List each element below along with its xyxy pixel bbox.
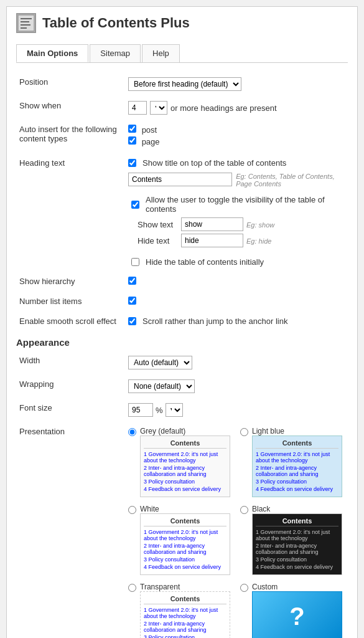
main-options-form: Position Before first heading (default) … [16, 72, 348, 331]
font-size-input[interactable] [128, 403, 153, 417]
svg-rect-2 [21, 21, 29, 22]
tab-main-options[interactable]: Main Options [16, 44, 88, 62]
svg-rect-0 [18, 15, 34, 31]
smooth-scroll-checkbox[interactable] [128, 317, 136, 325]
custom-label: Custom [252, 583, 342, 591]
black-label: Black [252, 505, 342, 513]
presentation-lightblue-content: Light blue Contents 1 Government 2.0: it… [252, 427, 342, 497]
width-row: Width Auto (default) 100% Custom [16, 351, 348, 374]
wrapping-select[interactable]: None (default) Left Right [128, 379, 195, 393]
heading-text-input[interactable] [128, 173, 232, 186]
width-label: Width [16, 351, 125, 374]
hide-initially-label[interactable]: Hide the table of contents initially [131, 257, 345, 267]
custom-preview: ? [252, 591, 342, 638]
presentation-row: Presentation Grey (default) Contents 1 G… [16, 422, 348, 638]
show-when-suffix: or more headings are present [170, 103, 277, 113]
lightblue-label: Light blue [252, 427, 342, 436]
heading-text-section: Show title on top of the table of conten… [128, 158, 345, 267]
show-when-label: Show when [16, 96, 125, 120]
svg-rect-1 [21, 18, 32, 19]
hide-text-input[interactable] [181, 234, 243, 247]
presentation-custom-content: Custom ? [252, 583, 342, 638]
show-when-row: Show when ▼ or more headings are present [16, 96, 348, 120]
position-select[interactable]: Before first heading (default) After fir… [128, 77, 241, 91]
show-when-controls: ▼ or more headings are present [128, 101, 345, 115]
presentation-transparent-radio[interactable] [128, 584, 136, 592]
hide-text-row: Hide text Eg: hide [138, 234, 345, 247]
wrapping-row: Wrapping None (default) Left Right [16, 374, 348, 398]
grey-preview: Contents 1 Government 2.0: it's not just… [140, 436, 230, 497]
appearance-header: Appearance [16, 337, 348, 348]
hide-initially-row: Hide the table of contents initially [128, 257, 345, 267]
transparent-preview: Contents 1 Government 2.0: it's not just… [140, 591, 230, 638]
smooth-scroll-row: Enable smooth scroll effect Scroll rathe… [16, 312, 348, 331]
font-size-unit: % [156, 406, 163, 415]
heading-text-row: Heading text Show title on top of the ta… [16, 153, 348, 272]
allow-toggle-label[interactable]: Allow the user to toggle the visibility … [131, 195, 345, 214]
main-container: Table of Contents Plus Main Options Site… [6, 6, 358, 638]
presentation-grey: Grey (default) Contents 1 Government 2.0… [128, 427, 233, 497]
presentation-black-content: Black Contents 1 Government 2.0: it's no… [252, 505, 342, 575]
show-hint: Eg: show [246, 221, 274, 229]
tab-sitemap[interactable]: Sitemap [90, 44, 141, 62]
presentation-custom-radio[interactable] [240, 584, 248, 592]
show-text-input[interactable] [181, 217, 243, 231]
show-hierarchy-row: Show hierarchy [16, 272, 348, 292]
font-size-controls: % ▼ [128, 403, 345, 417]
heading-text-label: Heading text [16, 153, 125, 272]
tab-help[interactable]: Help [142, 44, 180, 62]
width-select[interactable]: Auto (default) 100% Custom [128, 356, 192, 369]
show-when-select[interactable]: ▼ [150, 101, 167, 115]
smooth-scroll-label: Enable smooth scroll effect [16, 312, 125, 331]
content-types: post page [128, 125, 345, 146]
lightblue-preview: Contents 1 Government 2.0: it's not just… [252, 436, 342, 497]
smooth-scroll-option[interactable]: Scroll rather than jump to the anchor li… [128, 317, 345, 326]
heading-input-row: Eg: Contents, Table of Contents, Page Co… [128, 171, 345, 188]
plugin-icon [16, 13, 36, 33]
hide-initially-checkbox[interactable] [131, 258, 139, 266]
appearance-form: Width Auto (default) 100% Custom Wrappin… [16, 351, 348, 638]
presentation-grid: Grey (default) Contents 1 Government 2.0… [128, 427, 345, 638]
show-hierarchy-label: Show hierarchy [16, 272, 125, 292]
post-checkbox-label[interactable]: post [128, 125, 345, 135]
presentation-transparent: Transparent Contents 1 Government 2.0: i… [128, 583, 233, 638]
presentation-lightblue-radio[interactable] [240, 428, 248, 436]
allow-toggle-checkbox[interactable] [131, 201, 139, 209]
show-title-checkbox[interactable] [128, 159, 136, 167]
presentation-transparent-content: Transparent Contents 1 Government 2.0: i… [140, 583, 230, 638]
transparent-label: Transparent [140, 583, 230, 591]
white-label: White [140, 505, 230, 513]
presentation-black-radio[interactable] [240, 506, 248, 514]
presentation-grey-radio[interactable] [128, 428, 136, 436]
number-list-checkbox[interactable] [128, 297, 136, 305]
tabs-row: Main Options Sitemap Help [16, 44, 348, 63]
black-preview: Contents 1 Government 2.0: it's not just… [252, 513, 342, 575]
presentation-grey-content: Grey (default) Contents 1 Government 2.0… [140, 427, 230, 497]
show-hierarchy-checkbox[interactable] [128, 277, 136, 285]
post-checkbox[interactable] [128, 125, 136, 133]
presentation-white-content: White Contents 1 Government 2.0: it's no… [140, 505, 230, 575]
show-text-row: Show text Eg: show [138, 217, 345, 231]
page-title: Table of Contents Plus [42, 15, 190, 31]
font-size-unit-select[interactable]: ▼ [166, 403, 183, 417]
show-when-input[interactable] [128, 101, 147, 115]
toggle-section: Allow the user to toggle the visibility … [128, 195, 345, 250]
show-hide-inputs: Show text Eg: show Hide text Eg: hide [131, 217, 345, 247]
number-list-label: Number list items [16, 292, 125, 312]
presentation-white: White Contents 1 Government 2.0: it's no… [128, 505, 233, 575]
hide-text-label: Hide text [138, 236, 178, 245]
show-title-label[interactable]: Show title on top of the table of conten… [128, 158, 345, 168]
auto-insert-row: Auto insert for the following content ty… [16, 120, 348, 153]
heading-hint: Eg: Contents, Table of Contents, Page Co… [236, 173, 345, 188]
custom-question-mark: ? [289, 602, 304, 631]
presentation-white-radio[interactable] [128, 506, 136, 514]
hide-hint: Eg: hide [246, 237, 271, 245]
position-label: Position [16, 72, 125, 96]
presentation-lightblue: Light blue Contents 1 Government 2.0: it… [240, 427, 345, 497]
number-list-row: Number list items [16, 292, 348, 312]
page-checkbox[interactable] [128, 136, 136, 145]
show-text-label: Show text [138, 220, 178, 229]
presentation-custom: Custom ? [240, 583, 345, 638]
font-size-label: Font size [16, 398, 125, 422]
page-checkbox-label[interactable]: page [128, 136, 345, 146]
